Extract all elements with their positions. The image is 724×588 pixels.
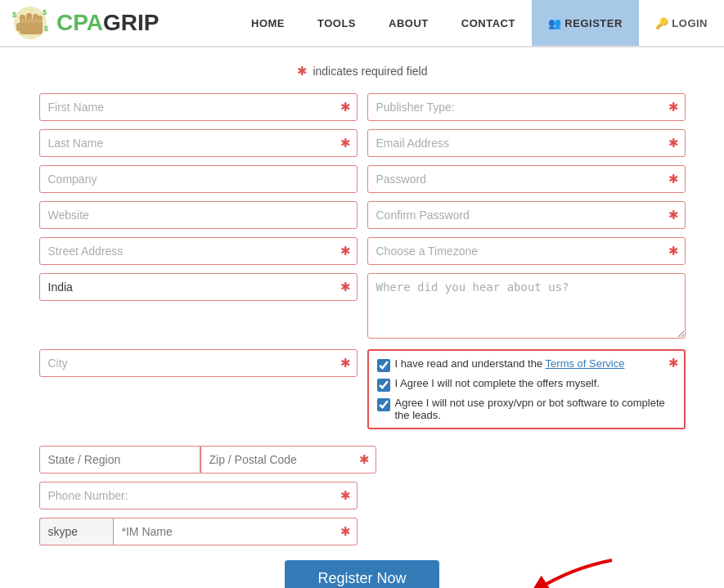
tos-checkbox[interactable] <box>377 359 390 372</box>
hear-about-textarea[interactable] <box>367 273 686 339</box>
timezone-wrap: Choose a Timezone UTC-12:00 UTC-08:00 PS… <box>367 237 686 265</box>
street-wrap: ✱ <box>39 237 358 265</box>
nav-links: HOME TOOLS ABOUT CONTACT 👥 REGISTER 🔑 LO… <box>235 0 724 46</box>
company-col <box>39 165 358 193</box>
logo[interactable]: $ $ $ CPAGRIP <box>0 5 168 42</box>
im-name-input[interactable] <box>113 518 358 545</box>
confirm-password-col: ✱ <box>367 201 686 229</box>
im-select[interactable]: skype aim yahoo gtalk icq <box>39 518 113 545</box>
arrow-annotation <box>522 552 620 588</box>
main-content: ✱ indicates required field ✱ Publisher T… <box>15 47 710 588</box>
company-wrap <box>39 165 358 193</box>
timezone-select[interactable]: Choose a Timezone UTC-12:00 UTC-08:00 PS… <box>367 237 686 265</box>
form-row-7: ✱ ✱ I have read and understand the Terms… <box>39 349 686 438</box>
email-col: ✱ <box>367 129 686 157</box>
website-input[interactable] <box>39 201 358 229</box>
tos-link[interactable]: Terms of Service <box>546 357 625 370</box>
agree2-checkbox[interactable] <box>377 398 390 411</box>
login-icon: 🔑 <box>655 17 669 29</box>
city-wrap: ✱ <box>39 349 358 377</box>
svg-text:$: $ <box>12 11 16 19</box>
checkboxes-col: ✱ I have read and understand the Terms o… <box>367 349 686 438</box>
checkboxes-required: ✱ <box>668 356 679 370</box>
form-row-4: ✱ <box>39 201 686 229</box>
state-zip-container: ✱ <box>39 446 376 474</box>
agree2-row: Agree I will not use proxy/vpn or bot so… <box>377 397 676 421</box>
nav-register[interactable]: 👥 REGISTER <box>532 0 639 46</box>
arrow-icon <box>522 552 620 588</box>
form-row-1: ✱ Publisher Type: Content Publisher Medi… <box>39 93 686 121</box>
form-row-9: ✱ <box>39 482 686 509</box>
last-name-wrap: ✱ <box>39 129 358 157</box>
publisher-type-wrap: Publisher Type: Content Publisher Media … <box>367 93 686 121</box>
form-row-10: skype aim yahoo gtalk icq ✱ <box>39 518 686 545</box>
logo-grip-text: GRIP <box>103 10 159 35</box>
state-zip-wrap <box>39 446 376 474</box>
publisher-type-col: Publisher Type: Content Publisher Media … <box>367 93 686 121</box>
register-button[interactable]: Register Now <box>285 560 438 588</box>
last-name-input[interactable] <box>39 129 358 157</box>
im-col: skype aim yahoo gtalk icq ✱ <box>39 518 358 545</box>
country-select[interactable]: India United States United Kingdom Canad… <box>39 273 358 301</box>
first-name-col: ✱ <box>39 93 358 121</box>
form-row-5: ✱ Choose a Timezone UTC-12:00 UTC-08:00 … <box>39 237 686 265</box>
nav-login[interactable]: 🔑 LOGIN <box>639 0 724 46</box>
empty-col-2 <box>367 482 686 509</box>
password-col: ✱ <box>367 165 686 193</box>
confirm-password-input[interactable] <box>367 201 686 229</box>
required-star: ✱ <box>297 64 308 78</box>
state-input[interactable] <box>39 446 200 474</box>
checkboxes-section: ✱ I have read and understand the Terms o… <box>367 349 686 429</box>
phone-col: ✱ <box>39 482 358 509</box>
email-wrap: ✱ <box>367 129 686 157</box>
tos-row: I have read and understand the Terms of … <box>377 357 676 372</box>
zip-required: ✱ <box>359 452 370 467</box>
website-wrap <box>39 201 358 229</box>
last-name-col: ✱ <box>39 129 358 157</box>
empty-col <box>386 446 686 474</box>
timezone-col: Choose a Timezone UTC-12:00 UTC-08:00 PS… <box>367 237 686 265</box>
logo-fist-icon: $ $ $ <box>8 5 53 42</box>
nav-home[interactable]: HOME <box>235 0 301 46</box>
country-col: India United States United Kingdom Canad… <box>39 273 358 341</box>
form-row-8: ✱ <box>39 446 686 474</box>
svg-text:$: $ <box>44 25 48 33</box>
publisher-type-select[interactable]: Publisher Type: Content Publisher Media … <box>367 93 686 121</box>
website-col <box>39 201 358 229</box>
form-row-3: ✱ <box>39 165 686 193</box>
empty-col-3 <box>367 518 686 545</box>
phone-input[interactable] <box>39 482 358 509</box>
logo-cpa-text: CPA <box>56 10 103 35</box>
required-note: ✱ indicates required field <box>39 64 686 79</box>
register-icon: 👥 <box>548 17 562 29</box>
password-input[interactable] <box>367 165 686 193</box>
phone-wrap: ✱ <box>39 482 358 509</box>
nav-tools[interactable]: TOOLS <box>301 0 372 46</box>
street-input[interactable] <box>39 237 358 265</box>
city-col: ✱ <box>39 349 358 438</box>
state-zip-col: ✱ <box>39 446 376 474</box>
country-wrap: India United States United Kingdom Canad… <box>39 273 358 301</box>
nav-contact[interactable]: CONTACT <box>445 0 532 46</box>
svg-rect-9 <box>16 23 22 31</box>
im-row: skype aim yahoo gtalk icq <box>39 518 358 545</box>
city-input[interactable] <box>39 349 358 377</box>
company-input[interactable] <box>39 165 358 193</box>
agree1-row: I Agree I will not complete the offers m… <box>377 377 676 392</box>
street-col: ✱ <box>39 237 358 265</box>
first-name-wrap: ✱ <box>39 93 358 121</box>
first-name-input[interactable] <box>39 93 358 121</box>
form-row-2: ✱ ✱ <box>39 129 686 157</box>
im-wrap: skype aim yahoo gtalk icq ✱ <box>39 518 358 545</box>
nav-about[interactable]: ABOUT <box>372 0 445 46</box>
email-input[interactable] <box>367 129 686 157</box>
hear-about-col <box>367 273 686 341</box>
im-required: ✱ <box>340 524 351 539</box>
confirm-password-wrap: ✱ <box>367 201 686 229</box>
agree1-checkbox[interactable] <box>377 379 390 392</box>
register-btn-wrap: Register Now <box>39 560 686 588</box>
svg-rect-10 <box>20 19 43 23</box>
zip-input[interactable] <box>200 446 376 474</box>
navbar: $ $ $ CPAGRIP HOME TOOLS ABOUT CONTACT 👥… <box>0 0 724 47</box>
svg-text:$: $ <box>43 8 47 16</box>
